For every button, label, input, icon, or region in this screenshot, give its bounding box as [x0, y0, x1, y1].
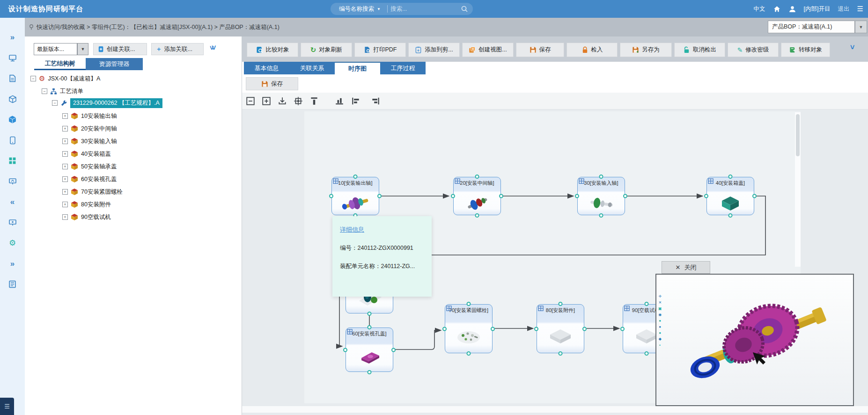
tab-process[interactable]: 工序过程 — [380, 62, 426, 74]
hamburger-menu-icon[interactable]: ☰ — [857, 5, 863, 13]
search-icon[interactable] — [461, 5, 468, 13]
port[interactable] — [575, 194, 579, 198]
align-right-icon[interactable] — [371, 96, 380, 106]
tab-structure-tree[interactable]: 工艺结构树 — [34, 58, 86, 70]
tree-row-op[interactable]: + 30安装输入轴 — [62, 136, 117, 147]
scrollbar-thumb[interactable] — [796, 114, 800, 156]
op-node-80[interactable]: 80[安装附件] — [537, 304, 584, 353]
dot-icon[interactable]: ● — [659, 319, 661, 323]
port[interactable] — [475, 175, 479, 179]
tab-resource-manager[interactable]: 资源管理器 — [86, 58, 143, 70]
save-as-button[interactable]: 另存为 — [620, 43, 672, 57]
port[interactable] — [499, 194, 503, 198]
product-bop-dropdown-icon[interactable]: ▼ — [855, 21, 867, 33]
language-switch[interactable]: 中文 — [754, 5, 765, 13]
port[interactable] — [391, 348, 396, 352]
modify-security-button[interactable]: ✎ 修改密级 — [728, 43, 779, 57]
add-to-clipboard-button[interactable]: 添加到剪... — [408, 43, 460, 57]
download-icon[interactable] — [278, 96, 287, 106]
device-icon[interactable] — [6, 134, 19, 146]
compare-object-button[interactable]: 比较对象 — [247, 43, 298, 57]
tree-row-op[interactable]: + 40安装箱盖 — [62, 148, 111, 160]
expand-icon[interactable]: + — [62, 176, 68, 182]
op-node-40[interactable]: 40[安装箱盖] — [706, 177, 754, 215]
close-small-icon[interactable]: ✕ — [658, 300, 662, 305]
print-pdf-button[interactable]: 打印PDF — [354, 43, 406, 57]
viewer-close-button[interactable]: ✕ 关闭 — [662, 261, 710, 274]
port[interactable] — [599, 175, 603, 179]
expand-icon[interactable]: + — [62, 126, 68, 131]
chevrons-right-icon[interactable]: » — [6, 31, 19, 44]
tree-row-op[interactable]: + 90空载试机 — [62, 211, 111, 223]
node-grid-icon[interactable] — [333, 178, 339, 184]
target-icon[interactable]: ◉ — [658, 313, 662, 317]
tab-relations[interactable]: 关联关系 — [289, 62, 335, 74]
expand-icon[interactable]: + — [62, 202, 68, 207]
expand-icon[interactable]: + — [62, 189, 68, 195]
port[interactable] — [467, 302, 471, 306]
add-relation-button[interactable]: ＋ 添加关联... — [151, 43, 204, 55]
create-relation-button[interactable]: 创建关联... — [93, 43, 147, 55]
expand-icon[interactable]: + — [62, 138, 68, 144]
collapse-icon[interactable]: − — [42, 88, 47, 94]
port[interactable] — [752, 194, 757, 198]
expand-icon[interactable]: + — [62, 113, 68, 119]
account-name[interactable]: [内部]开目 — [804, 5, 831, 13]
port[interactable] — [442, 327, 447, 331]
port[interactable] — [329, 194, 333, 198]
port[interactable] — [728, 213, 733, 218]
align-top-icon[interactable] — [309, 96, 319, 106]
toolbar-chevron-left-area-icon[interactable]: ˅ — [212, 44, 216, 52]
3d-model-render[interactable] — [669, 283, 847, 395]
port[interactable] — [368, 370, 372, 374]
port[interactable] — [368, 325, 372, 329]
version-dropdown-icon[interactable]: ▼ — [77, 43, 88, 55]
align-left-icon[interactable] — [351, 96, 360, 106]
check-in-button[interactable]: 检入 — [566, 43, 618, 57]
expand-icon[interactable]: + — [62, 151, 68, 157]
op-node-60[interactable]: 60[安装视孔盖] — [346, 328, 393, 372]
bottom-dock-button[interactable]: ☰ — [0, 398, 14, 415]
chevrons-left-icon[interactable]: « — [6, 196, 19, 208]
viewer-mini-toolbar[interactable]: ✛ ✕ ▣ ◉ ● ● ● ◆ ▪ — [658, 294, 662, 347]
node-grid-icon[interactable] — [708, 178, 714, 184]
tree-row-op[interactable]: + 50安装轴承盖 — [62, 161, 117, 172]
home-icon[interactable] — [773, 5, 781, 13]
port[interactable] — [353, 175, 358, 179]
tree-row-process-list[interactable]: − 工艺清单 — [42, 86, 83, 97]
move-icon[interactable]: ✛ — [658, 294, 662, 299]
tree-row-op[interactable]: + 60安装视孔盖 — [62, 174, 117, 185]
detail-info-link[interactable]: 详细信息 — [340, 226, 364, 233]
node-grid-icon[interactable] — [455, 178, 461, 184]
node-grid-icon[interactable] — [624, 306, 630, 312]
tree-row-root[interactable]: − ⚙ JSX-00【减速箱】A — [30, 73, 100, 84]
product-bop-select[interactable]: 产品BOP：减速箱(A.1) — [768, 21, 855, 33]
fit-center-icon[interactable] — [294, 96, 303, 106]
document-icon[interactable] — [6, 72, 19, 85]
gear-icon[interactable]: ⚙ — [6, 237, 19, 249]
package-3d-icon[interactable] — [6, 93, 19, 105]
port[interactable] — [704, 194, 708, 198]
node-grid-icon[interactable] — [538, 306, 544, 312]
zoom-in-icon[interactable] — [262, 96, 271, 106]
op-node-70[interactable]: 70[安装紧固螺栓] — [445, 304, 493, 353]
align-bottom-icon[interactable] — [335, 96, 344, 106]
tree-row-op[interactable]: + 20安装中间轴 — [62, 123, 117, 134]
tree-row-op[interactable]: + 80安装附件 — [62, 199, 111, 210]
create-view-button[interactable]: 创建视图... — [462, 43, 514, 57]
op-node-20[interactable]: 20[安装中间轴] — [453, 177, 501, 215]
sequence-save-button[interactable]: 保存 — [246, 77, 298, 90]
search-category-dropdown[interactable]: 编号名称搜索 ▼ — [335, 5, 384, 13]
canvas-vertical-scrollbar[interactable] — [795, 112, 801, 267]
tab-sequence-diagram[interactable]: 时序图 — [335, 62, 380, 74]
expand-icon[interactable]: + — [62, 164, 68, 169]
dot-icon[interactable]: ● — [659, 325, 661, 329]
3d-viewer-window[interactable]: ✛ ✕ ▣ ◉ ● ● ● ◆ ▪ — [655, 274, 854, 406]
port[interactable] — [343, 348, 347, 352]
refresh-object-button[interactable]: ↻ 对象刷新 — [301, 43, 352, 57]
tree-row-selected-routing[interactable]: − 231229-0000262 【工艺规程】.A — [52, 97, 162, 109]
port[interactable] — [599, 213, 603, 218]
dot-small-icon[interactable]: ▪ — [659, 343, 661, 347]
list-document-icon[interactable] — [6, 278, 19, 291]
port[interactable] — [559, 302, 563, 306]
